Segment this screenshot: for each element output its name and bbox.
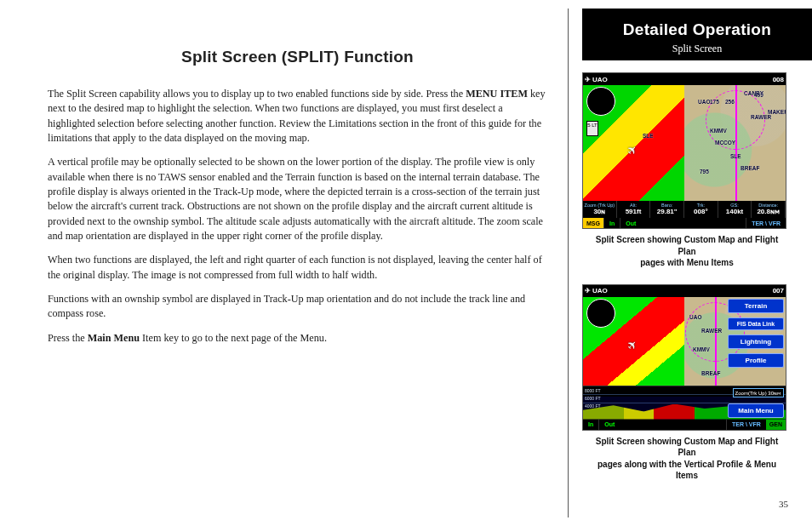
fig1-label-795: 795 (700, 169, 709, 174)
fig1-footbar: MSG In Out TER \ VFR (583, 218, 786, 228)
figure-1-caption: Split Screen showing Custom Map and Flig… (586, 234, 788, 269)
fig2-waypoint: UAO (592, 287, 608, 294)
para-4: Functions with an ownship symbol are dis… (48, 292, 547, 322)
fig2-footbar: In Out TER \ VFR GEN (583, 420, 786, 430)
fig2-bearing: 007 (773, 287, 784, 294)
fig2-alt-4000: 4000 FT (585, 403, 601, 409)
fig1-label-mccoy: MCCOY (715, 140, 735, 146)
fig1-trk-val: 008° (694, 209, 708, 215)
fig1-waypoint: UAO (592, 76, 608, 83)
fig1-cap-l2: pages with Menu Items (640, 258, 733, 267)
menu-fis-button[interactable]: FIS Data Link (728, 317, 784, 330)
fig1-zoom-val: 30ɴ (593, 209, 605, 215)
plane-icon: ✈ (585, 287, 591, 294)
main-text-column: Split Screen (SPLIT) Function The Split … (0, 0, 568, 526)
compass-icon (586, 87, 615, 116)
screenshot-1: ✈ UAO 5 LT SLE 008 UAO (582, 72, 786, 229)
fig1-alt-val: 591ft (626, 209, 642, 215)
menu-main-button[interactable]: Main Menu (728, 403, 784, 418)
screenshot-2: ✈ UAO 007 UAO KMMV RAWE (582, 284, 786, 431)
fig1-tervfr-tab: TER \ VFR (746, 218, 786, 228)
fig1-label-maker: MAKER (768, 109, 786, 115)
fig1-bearing: 008 (773, 76, 784, 83)
fig1-bottom-databar: Zoom (Trk Up)30ɴ Alt:591ft Baro:29.81" T… (583, 201, 786, 218)
fig1-in-tab: In (603, 218, 620, 228)
fig2-out-tab: Out (598, 420, 620, 430)
fig2-cap-l2: pages along with the Vertical Profile & … (598, 460, 776, 481)
sidebar-column: Detailed Operation Split Screen ✈ UAO 5 … (569, 0, 812, 526)
fig2-alt-6000: 6000 FT (585, 396, 601, 401)
fig1-label-256: 256 (725, 99, 735, 105)
para-5-pre: Press the (48, 332, 88, 344)
menu-item-keyword: MENU ITEM (466, 88, 528, 100)
menu-profile-button[interactable]: Profile (728, 353, 784, 368)
fig1-label-sle: SLE (643, 133, 654, 139)
chapter-title: Detailed Operation (591, 20, 803, 39)
plane-icon: ✈ (585, 76, 591, 83)
fig2-label-uao: UAO (689, 314, 701, 320)
ownship-icon (627, 338, 641, 352)
fig1-left-pane: ✈ UAO 5 LT SLE (583, 73, 684, 201)
body-text: The Split Screen capability allows you t… (48, 87, 547, 346)
section-title: Split Screen (SPLIT) Function (48, 48, 547, 66)
compass-icon (586, 299, 615, 328)
fig1-label-175: 175 (710, 99, 719, 105)
main-menu-keyword: Main Menu (88, 332, 140, 344)
para-1: The Split Screen capability allows you t… (48, 87, 547, 146)
fig1-label-sle2: SLE (730, 153, 741, 159)
figure-2-caption: Split Screen showing Custom Map and Flig… (586, 436, 788, 482)
fig1-label-uao: UAO (698, 99, 710, 105)
fig2-label-kmmv: KMMV (693, 346, 710, 352)
para-1-pre: The Split Screen capability allows you t… (48, 88, 466, 100)
fig1-label-kmmv: KMMV (710, 128, 727, 134)
fig2-right-pane: 007 UAO KMMV RAWER BREAF Terrain FIS Dat… (684, 285, 786, 386)
fig2-profile-zoom: Zoom(Trk Up) 30ɴᴍ (733, 388, 784, 397)
fig2-gen-tab: GEN (766, 420, 786, 430)
fig1-baro-val: 29.81" (657, 209, 678, 215)
figure-2: ✈ UAO 007 UAO KMMV RAWE (582, 284, 792, 431)
fig2-alt-8000: 8000 FT (585, 388, 601, 393)
fig2-in-tab: In (583, 420, 598, 430)
fig1-cap-l1: Split Screen showing Custom Map and Flig… (596, 235, 778, 256)
fig1-dist-val: 20.8ɴᴍ (757, 209, 780, 215)
fig2-vertical-profile: 8000 FT 6000 FT 4000 FT 2000 FT Zoom(Trk… (583, 386, 786, 420)
fig2-menu-column: Terrain FIS Data Link Lightning Profile (726, 297, 786, 369)
menu-terrain-button[interactable]: Terrain (728, 299, 784, 313)
fig1-msg-tab: MSG (583, 218, 603, 228)
chapter-subtitle: Split Screen (591, 43, 803, 55)
fig1-scale-tab: 5 LT (586, 121, 598, 136)
fig2-cap-l1: Split Screen showing Custom Map and Flig… (596, 437, 778, 458)
fig2-tervfr-tab: TER \ VFR (726, 420, 766, 430)
fig2-label-breaf: BREAF (701, 370, 720, 376)
fig2-left-pane: ✈ UAO (583, 285, 684, 386)
fig1-gs-val: 140kt (726, 209, 743, 215)
fig1-label-rawer: RAWER (751, 114, 771, 120)
fig1-label-canby: CANBY (744, 90, 763, 96)
fig1-right-pane: 008 UAO 459 256 175 CANBY RAWER MAKER KM… (684, 73, 786, 201)
para-3: When two functions are displayed, the le… (48, 253, 547, 283)
fig2-label-rawer: RAWER (701, 328, 722, 334)
menu-lightning-button[interactable]: Lightning (728, 334, 784, 349)
para-5: Press the Main Menu Item key to go to th… (48, 331, 547, 346)
figure-1: ✈ UAO 5 LT SLE 008 UAO (582, 72, 792, 229)
para-2: A vertical profile may be optionally sel… (48, 155, 547, 243)
para-5-post: Item key to go to the next page of the M… (140, 332, 327, 344)
fig1-label-breaf: BREAF (741, 165, 759, 171)
ownship-icon (627, 143, 641, 157)
chapter-header-box: Detailed Operation Split Screen (582, 9, 812, 60)
fig1-out-tab: Out (620, 218, 641, 228)
page-number: 35 (779, 499, 788, 509)
